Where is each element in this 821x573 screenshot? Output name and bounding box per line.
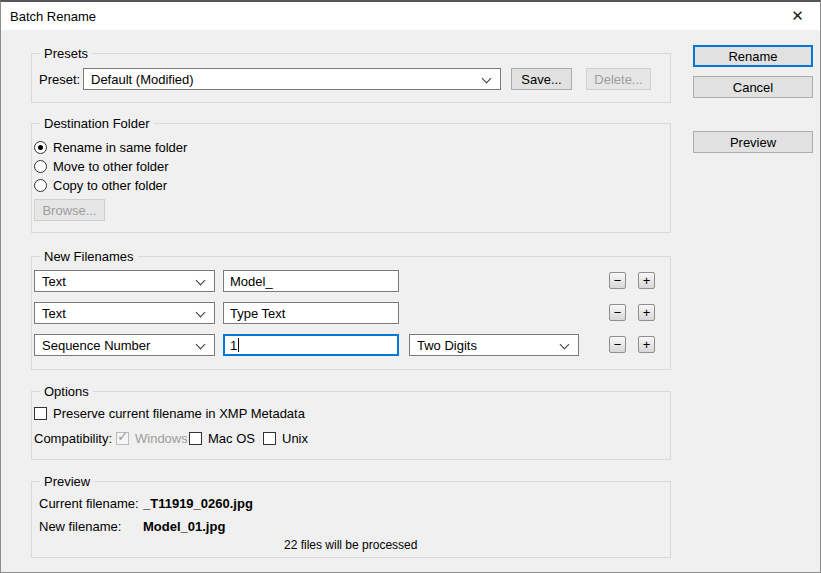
close-icon: ✕ bbox=[791, 7, 804, 25]
check-icon: ✓ bbox=[117, 429, 129, 443]
browse-button: Browse... bbox=[34, 199, 105, 221]
sequence-start-value: 1 bbox=[230, 338, 237, 353]
filename-text-value-1: Model_ bbox=[230, 274, 273, 289]
chevron-down-icon bbox=[196, 340, 206, 350]
remove-element-button-3[interactable]: − bbox=[609, 336, 626, 353]
plus-icon: + bbox=[643, 338, 651, 351]
browse-button-label: Browse... bbox=[42, 203, 96, 218]
compat-windows-checkbox: ✓ bbox=[116, 432, 129, 445]
preserve-filename-label[interactable]: Preserve current filename in XMP Metadat… bbox=[53, 406, 305, 421]
filename-element-type-select-1[interactable]: Text bbox=[34, 270, 215, 292]
compat-macos-label[interactable]: Mac OS bbox=[208, 431, 255, 446]
options-group-label: Options bbox=[40, 384, 93, 399]
filename-text-value-2: Type Text bbox=[230, 306, 285, 321]
add-element-button-1[interactable]: + bbox=[638, 272, 655, 289]
current-filename-value: _T11919_0260.jpg bbox=[143, 496, 253, 511]
titlebar: Batch Rename ✕ bbox=[1, 2, 820, 30]
compat-macos-checkbox[interactable] bbox=[189, 432, 202, 445]
compat-unix-checkbox[interactable] bbox=[263, 432, 276, 445]
compat-unix-label[interactable]: Unix bbox=[282, 431, 308, 446]
radio-rename-in-same-folder-label[interactable]: Rename in same folder bbox=[53, 140, 187, 155]
radio-copy-to-other-folder-label[interactable]: Copy to other folder bbox=[53, 178, 167, 193]
new-filename-value: Model_01.jpg bbox=[143, 519, 225, 534]
preset-label: Preset: bbox=[39, 72, 80, 87]
radio-rename-in-same-folder[interactable] bbox=[34, 141, 47, 154]
digits-selected-value: Two Digits bbox=[417, 338, 477, 353]
preview-button-label: Preview bbox=[730, 135, 776, 150]
compatibility-label: Compatibility: bbox=[34, 431, 112, 446]
filename-text-input-1[interactable]: Model_ bbox=[223, 270, 399, 292]
preview-button[interactable]: Preview bbox=[693, 131, 813, 153]
radio-move-to-other-folder-label[interactable]: Move to other folder bbox=[53, 159, 169, 174]
sequence-start-input[interactable]: 1 bbox=[223, 334, 399, 356]
filename-text-input-2[interactable]: Type Text bbox=[223, 302, 399, 324]
filename-element-type-select-2[interactable]: Text bbox=[34, 302, 215, 324]
delete-preset-label: Delete... bbox=[594, 72, 642, 87]
filename-element-type-value-2: Text bbox=[42, 306, 66, 321]
options-group: Options bbox=[31, 391, 671, 460]
chevron-down-icon bbox=[482, 74, 492, 84]
filename-element-type-value-3: Sequence Number bbox=[42, 338, 150, 353]
delete-preset-button: Delete... bbox=[586, 68, 651, 90]
close-button[interactable]: ✕ bbox=[775, 2, 820, 30]
remove-element-button-1[interactable]: − bbox=[609, 272, 626, 289]
preset-selected-value: Default (Modified) bbox=[91, 72, 194, 87]
add-element-button-2[interactable]: + bbox=[638, 304, 655, 321]
rename-button-label: Rename bbox=[728, 49, 777, 64]
plus-icon: + bbox=[643, 306, 651, 319]
save-preset-button[interactable]: Save... bbox=[511, 68, 572, 90]
filename-element-type-value-1: Text bbox=[42, 274, 66, 289]
preserve-filename-checkbox[interactable] bbox=[34, 407, 47, 420]
digits-select[interactable]: Two Digits bbox=[409, 334, 579, 356]
plus-icon: + bbox=[643, 274, 651, 287]
chevron-down-icon bbox=[196, 308, 206, 318]
text-caret bbox=[238, 338, 239, 352]
preset-select[interactable]: Default (Modified) bbox=[83, 68, 501, 90]
cancel-button-label: Cancel bbox=[733, 80, 773, 95]
compat-windows-label: Windows bbox=[135, 431, 188, 446]
chevron-down-icon bbox=[196, 276, 206, 286]
files-count-status: 22 files will be processed bbox=[284, 538, 417, 552]
window-title: Batch Rename bbox=[10, 9, 96, 24]
save-preset-label: Save... bbox=[521, 72, 561, 87]
presets-group-label: Presets bbox=[40, 46, 92, 61]
minus-icon: − bbox=[614, 274, 622, 287]
add-element-button-3[interactable]: + bbox=[638, 336, 655, 353]
radio-move-to-other-folder[interactable] bbox=[34, 160, 47, 173]
filename-element-type-select-3[interactable]: Sequence Number bbox=[34, 334, 215, 356]
new-filenames-group-label: New Filenames bbox=[40, 249, 138, 264]
cancel-button[interactable]: Cancel bbox=[693, 76, 813, 98]
rename-button[interactable]: Rename bbox=[693, 45, 813, 67]
radio-copy-to-other-folder[interactable] bbox=[34, 179, 47, 192]
minus-icon: − bbox=[614, 338, 622, 351]
new-filename-label: New filename: bbox=[39, 519, 121, 534]
remove-element-button-2[interactable]: − bbox=[609, 304, 626, 321]
chevron-down-icon bbox=[560, 340, 570, 350]
preview-group-label: Preview bbox=[40, 474, 94, 489]
destination-group-label: Destination Folder bbox=[40, 116, 154, 131]
minus-icon: − bbox=[614, 306, 622, 319]
current-filename-label: Current filename: bbox=[39, 496, 139, 511]
batch-rename-dialog: Batch Rename ✕ Presets Preset: Default (… bbox=[0, 0, 821, 573]
